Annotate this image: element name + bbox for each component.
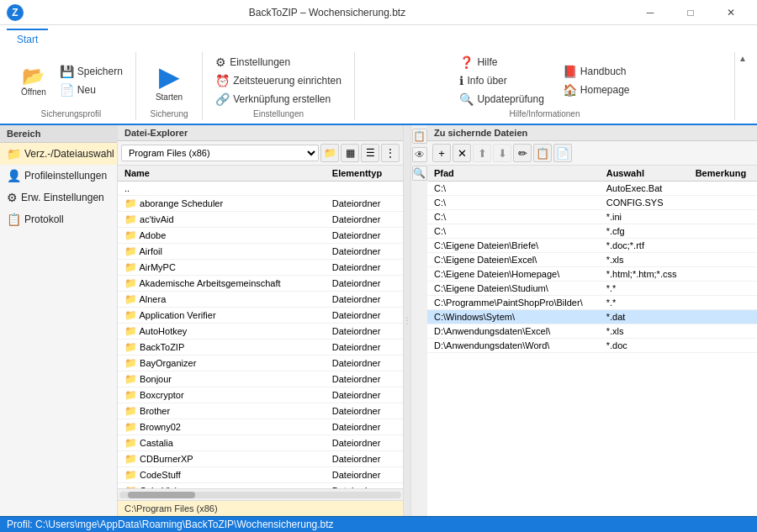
side-icons-panel: 📋 👁 🔍 bbox=[410, 125, 427, 516]
rp-paste-button[interactable]: 📄 bbox=[553, 144, 572, 162]
fe-table-row[interactable]: 📁 Browny02Dateiordner bbox=[118, 419, 403, 435]
fe-cell-type bbox=[326, 182, 403, 196]
fe-scrollbar-track bbox=[119, 492, 401, 498]
fe-table-row[interactable]: 📁 Akademische ArbeitsgemeinschaftDateior… bbox=[118, 276, 403, 292]
rp-col-auswahl[interactable]: Auswahl bbox=[600, 166, 689, 182]
fe-table-row[interactable]: 📁 Application VerifierDateiordner bbox=[118, 308, 403, 324]
fe-bottom-path: C:\Program Files (x86) bbox=[118, 500, 403, 516]
ribbon-group-einstellungen-label: Einstellungen bbox=[253, 109, 304, 120]
speichern-button[interactable]: 💾 Speichern bbox=[56, 63, 127, 80]
rp-table-row[interactable]: C:\Eigene Dateien\Studium\*.* bbox=[427, 282, 757, 296]
fe-table-row[interactable]: 📁 aborange SchedulerDateiordner bbox=[118, 196, 403, 212]
rp-edit-button[interactable]: ✏ bbox=[513, 144, 532, 162]
zeitsteuerung-button[interactable]: ⏰ Zeitsteuerung einrichten bbox=[211, 72, 346, 89]
rp-copy-button[interactable]: 📋 bbox=[533, 144, 552, 162]
sidebar-item-profileinstellungen[interactable]: 👤 Profileinstellungen bbox=[0, 165, 117, 187]
fe-scrollbar-thumb[interactable] bbox=[128, 492, 195, 498]
rp-cell-bemerkung bbox=[689, 196, 757, 210]
fe-view-btn1[interactable]: ▦ bbox=[341, 144, 359, 162]
fe-cell-name: 📁 BayOrganizer bbox=[118, 356, 326, 371]
fe-view-btn2[interactable]: ☰ bbox=[361, 144, 379, 162]
fe-scrollbar-horizontal[interactable] bbox=[118, 488, 403, 500]
fe-table-row[interactable]: 📁 BackToZIPDateiordner bbox=[118, 340, 403, 356]
sidebar-item-verz-dateiauswahl[interactable]: 📁 Verz.-/Dateiauswahl bbox=[0, 143, 117, 165]
rp-cell-auswahl: *.doc;*.rtf bbox=[600, 239, 689, 253]
fe-cell-name: 📁 Browny02 bbox=[118, 419, 326, 435]
hilfe-button[interactable]: ❓ Hilfe bbox=[455, 54, 548, 71]
fe-path-select[interactable]: Program Files (x86) bbox=[121, 145, 319, 161]
rp-cell-auswahl: *.cfg bbox=[600, 224, 689, 239]
einstellungen-button[interactable]: ⚙ Einstellungen bbox=[211, 54, 346, 71]
rp-table-row[interactable]: C:\Eigene Dateien\Homepage\*.html;*.htm;… bbox=[427, 267, 757, 282]
maximize-button[interactable]: □ bbox=[671, 0, 710, 25]
fe-table-row[interactable]: 📁 CDBurnerXPDateiordner bbox=[118, 451, 403, 467]
minimize-button[interactable]: ─ bbox=[631, 0, 670, 25]
rp-cell-path: C:\ bbox=[427, 224, 600, 239]
rp-table-row[interactable]: C:\Eigene Dateien\Excel\*.xls bbox=[427, 253, 757, 267]
rp-table-row[interactable]: C:\*.cfg bbox=[427, 224, 757, 239]
rp-col-pfad[interactable]: Pfad bbox=[427, 166, 600, 182]
rp-table-row[interactable]: C:\CONFIG.SYS bbox=[427, 196, 757, 210]
rp-cell-path: C:\ bbox=[427, 210, 600, 224]
close-button[interactable]: ✕ bbox=[712, 0, 750, 25]
fe-table-row[interactable]: .. bbox=[118, 182, 403, 196]
sidebar-header: Bereich bbox=[0, 125, 117, 143]
fe-table-row[interactable]: 📁 BoxcryptorDateiordner bbox=[118, 387, 403, 403]
handbuch-icon: 📕 bbox=[563, 65, 577, 78]
fe-table-row[interactable]: 📁 AlneraDateiordner bbox=[118, 292, 403, 308]
ribbon-group-hilfe-label: Hilfe/Informationen bbox=[510, 109, 580, 120]
updatepruefung-button[interactable]: 🔍 Updateprüfung bbox=[455, 91, 548, 108]
resize-handle[interactable]: ⋮ bbox=[404, 125, 410, 516]
fe-toolbar: Program Files (x86) 📁 ▦ ☰ ⋮ bbox=[118, 141, 403, 166]
fe-table-row[interactable]: 📁 CastaliaDateiordner bbox=[118, 435, 403, 451]
fe-table-row[interactable]: 📁 ac'tivAidDateiordner bbox=[118, 212, 403, 228]
rp-delete-button[interactable]: ✕ bbox=[453, 144, 471, 162]
rp-table-row[interactable]: D:\Anwendungsdaten\Excel\*.xls bbox=[427, 324, 757, 339]
sidebar-item-protokoll[interactable]: 📋 Protokoll bbox=[0, 208, 117, 230]
rp-table-row[interactable]: C:\Programme\PaintShopPro\Bilder\*.* bbox=[427, 296, 757, 310]
fe-cell-name: 📁 AutoHotkey bbox=[118, 324, 326, 340]
verknuepfung-button[interactable]: 🔗 Verknüpfung erstellen bbox=[211, 91, 346, 108]
rp-table-row[interactable]: C:\*.ini bbox=[427, 210, 757, 224]
fe-table-row[interactable]: 📁 AdobeDateiordner bbox=[118, 228, 403, 244]
fe-cell-name: 📁 CDBurnerXP bbox=[118, 451, 326, 467]
fe-table-row[interactable]: 📁 BonjourDateiordner bbox=[118, 371, 403, 387]
fe-cell-type: Dateiordner bbox=[326, 324, 403, 340]
starten-button[interactable]: ▶ Starten bbox=[145, 56, 193, 106]
sidebar-item-erw-einstellungen[interactable]: ⚙ Erw. Einstellungen bbox=[0, 187, 117, 208]
homepage-button[interactable]: 🏠 Homepage bbox=[558, 82, 634, 98]
fe-table-row[interactable]: 📁 AirMyPCDateiordner bbox=[118, 260, 403, 276]
side-icon-btn3[interactable]: 🔍 bbox=[412, 166, 427, 181]
fe-table-row[interactable]: 📁 CodeStuffDateiordner bbox=[118, 467, 403, 483]
ribbon-tab-start[interactable]: Start bbox=[7, 29, 48, 49]
side-icon-btn2[interactable]: 👁 bbox=[412, 147, 427, 162]
ribbon-group-sicherungsprofil: 📂 Öffnen 💾 Speichern 📄 Neu Sicherungspro… bbox=[7, 52, 136, 120]
rp-table-row[interactable]: C:\Windows\Sytem\*.dat bbox=[427, 310, 757, 324]
rp-table-row[interactable]: C:\Eigene Dateien\Briefe\*.doc;*.rtf bbox=[427, 239, 757, 253]
side-icon-btn1[interactable]: 📋 bbox=[412, 129, 427, 144]
profileinstellungen-icon: 👤 bbox=[7, 169, 21, 182]
rp-btn3[interactable]: ⬆ bbox=[473, 144, 491, 162]
fe-table-row[interactable]: 📁 BayOrganizerDateiordner bbox=[118, 356, 403, 371]
info-button[interactable]: ℹ Info über bbox=[455, 72, 548, 89]
fe-nav-button[interactable]: 📁 bbox=[320, 144, 339, 162]
ribbon: Start 📂 Öffnen 💾 Speichern 📄 Neu bbox=[0, 25, 757, 125]
fe-table-row[interactable]: 📁 AutoHotkeyDateiordner bbox=[118, 324, 403, 340]
fe-col-type[interactable]: Elementtyp bbox=[326, 166, 403, 182]
ribbon-collapse-button[interactable]: ▲ bbox=[735, 54, 750, 63]
updatepruefung-label: Updateprüfung bbox=[477, 93, 543, 105]
rp-col-bemerkung[interactable]: Bemerkung bbox=[689, 166, 757, 182]
rp-table-row[interactable]: D:\Anwendungsdaten\Word\*.doc bbox=[427, 339, 757, 353]
fe-table-row[interactable]: 📁 BrotherDateiordner bbox=[118, 403, 403, 419]
rp-add-button[interactable]: + bbox=[432, 144, 451, 162]
rp-table-row[interactable]: C:\AutoExec.Bat bbox=[427, 182, 757, 196]
rp-btn4[interactable]: ⬇ bbox=[493, 144, 511, 162]
fe-view-btn3[interactable]: ⋮ bbox=[381, 144, 400, 162]
handbuch-button[interactable]: 📕 Handbuch bbox=[558, 63, 634, 80]
rp-cell-auswahl: CONFIG.SYS bbox=[600, 196, 689, 210]
rp-cell-bemerkung bbox=[689, 282, 757, 296]
fe-col-name[interactable]: Name bbox=[118, 166, 326, 182]
oeffnen-button[interactable]: 📂 Öffnen bbox=[15, 63, 52, 99]
neu-button[interactable]: 📄 Neu bbox=[56, 82, 127, 98]
fe-table-row[interactable]: 📁 AirfoilDateiordner bbox=[118, 244, 403, 260]
